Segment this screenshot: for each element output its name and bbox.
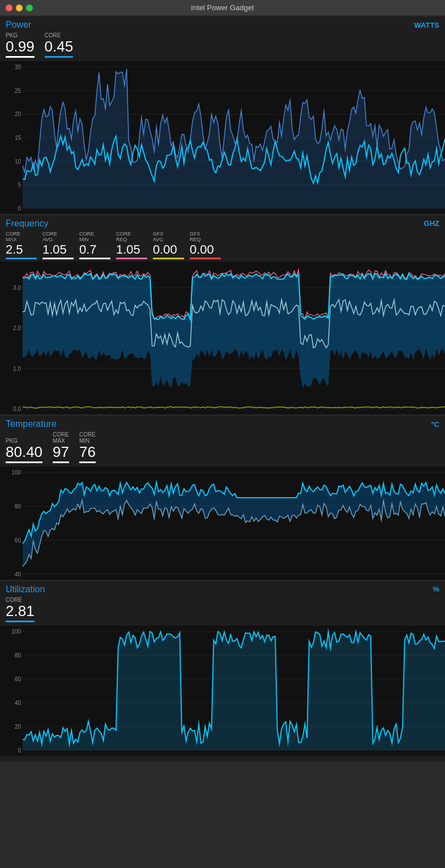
- temp-pkg-underline: [6, 461, 42, 463]
- temperature-metrics: PKG 80.40 COREMAX 97 COREMIN 76: [6, 431, 439, 463]
- util-core-value: 2.81: [6, 603, 35, 619]
- power-core-group: CORE 0.45: [45, 32, 74, 58]
- power-unit: WATTS: [414, 21, 439, 29]
- freq-core-avg-value: 1.05: [42, 243, 67, 256]
- freq-gfx-avg-label: GFXAVG: [153, 231, 164, 243]
- freq-gfx-req-label: GFXREQ: [190, 231, 201, 243]
- power-section: Power WATTS PKG 0.99 CORE 0.45: [0, 16, 445, 214]
- frequency-chart-container: [0, 262, 445, 414]
- app-title: Intel Power Gadget: [191, 3, 254, 12]
- util-core-underline: [6, 621, 35, 622]
- power-pkg-group: PKG 0.99: [6, 32, 35, 58]
- temp-core-max-underline: [53, 461, 69, 463]
- freq-core-req-underline: [116, 258, 147, 259]
- power-title: Power: [6, 20, 31, 30]
- temp-core-min-value: 76: [79, 444, 96, 460]
- freq-gfx-req: GFXREQ 0.00: [190, 231, 221, 260]
- frequency-header: Frequency GHZ: [6, 219, 439, 229]
- frequency-unit: GHZ: [424, 219, 439, 228]
- temp-core-max-group: COREMAX 97: [53, 431, 69, 463]
- freq-core-max-value: 2.5: [6, 243, 23, 256]
- utilization-header: Utilization %: [6, 584, 439, 595]
- utilization-title: Utilization: [6, 584, 45, 595]
- temperature-unit: °C: [431, 420, 439, 429]
- power-pkg-value: 0.99: [6, 39, 35, 55]
- frequency-section: Frequency GHZ COREMAX 2.5 COREAVG 1.05 C…: [0, 215, 445, 415]
- freq-core-avg: COREAVG 1.05: [42, 231, 74, 260]
- power-pkg-underline: [6, 56, 35, 58]
- freq-gfx-avg: GFXAVG 0.00: [153, 231, 184, 260]
- freq-core-avg-underline: [42, 258, 74, 259]
- frequency-title: Frequency: [6, 219, 49, 229]
- temperature-title: Temperature: [6, 419, 57, 429]
- utilization-chart-container: [0, 626, 445, 756]
- power-header: Power WATTS: [6, 20, 439, 30]
- temperature-chart: [0, 467, 445, 580]
- freq-gfx-avg-underline: [153, 258, 184, 259]
- minimize-button[interactable]: [16, 5, 23, 11]
- frequency-chart: [0, 262, 445, 414]
- utilization-unit: %: [433, 585, 439, 593]
- temp-pkg-group: PKG 80.40: [6, 438, 42, 463]
- util-core-group: CORE 2.81: [6, 597, 35, 622]
- utilization-chart: [0, 626, 445, 756]
- temperature-chart-container: [0, 467, 445, 580]
- freq-core-min-underline: [79, 258, 110, 259]
- traffic-lights: [6, 5, 33, 11]
- freq-core-min-value: 0.7: [79, 243, 97, 256]
- temp-core-min-group: COREMIN 76: [79, 431, 96, 463]
- freq-core-max: COREMAX 2.5: [6, 231, 37, 260]
- power-core-underline: [45, 56, 74, 58]
- freq-gfx-req-underline: [190, 258, 221, 259]
- frequency-metrics: COREMAX 2.5 COREAVG 1.05 COREMIN 0.7 COR…: [6, 231, 439, 260]
- freq-core-req: COREREQ 1.05: [116, 231, 147, 260]
- temperature-section: Temperature °C PKG 80.40 COREMAX 97 CORE…: [0, 416, 445, 580]
- freq-gfx-avg-value: 0.00: [153, 243, 177, 256]
- freq-core-min-label: COREMIN: [79, 231, 94, 243]
- freq-core-req-value: 1.05: [116, 243, 140, 256]
- freq-core-req-label: COREREQ: [116, 231, 131, 243]
- temp-core-min-underline: [79, 461, 96, 463]
- utilization-section: Utilization % CORE 2.81: [0, 581, 445, 762]
- power-chart-container: [0, 61, 445, 214]
- temp-core-max-value: 97: [53, 444, 69, 460]
- title-bar: Intel Power Gadget: [0, 0, 445, 15]
- freq-core-max-label: COREMAX: [6, 231, 20, 243]
- close-button[interactable]: [6, 5, 12, 11]
- temp-core-max-label: COREMAX: [53, 431, 69, 444]
- temp-core-min-label: COREMIN: [79, 431, 96, 444]
- temperature-header: Temperature °C: [6, 419, 439, 429]
- power-metrics: PKG 0.99 CORE 0.45: [6, 32, 439, 58]
- freq-gfx-req-value: 0.00: [190, 243, 214, 256]
- power-core-value: 0.45: [45, 39, 74, 55]
- freq-core-max-underline: [6, 258, 37, 259]
- maximize-button[interactable]: [26, 5, 33, 11]
- utilization-metrics: CORE 2.81: [6, 597, 439, 622]
- temp-pkg-value: 80.40: [6, 444, 42, 460]
- freq-core-avg-label: COREAVG: [42, 231, 57, 243]
- freq-core-min: COREMIN 0.7: [79, 231, 110, 260]
- power-chart: [0, 61, 445, 214]
